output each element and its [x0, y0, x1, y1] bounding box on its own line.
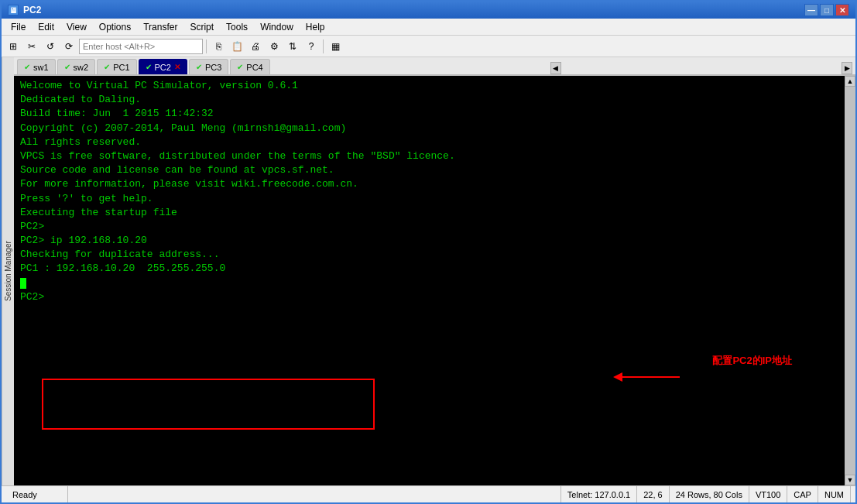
- minimize-button[interactable]: —: [804, 4, 818, 16]
- menu-view[interactable]: View: [60, 19, 93, 35]
- status-num: NUM: [818, 486, 851, 502]
- terminal-output: Welcome to Virtual PC Simulator, version…: [20, 79, 838, 304]
- toolbar-refresh-btn[interactable]: ⟳: [60, 38, 77, 55]
- terminal[interactable]: Welcome to Virtual PC Simulator, version…: [14, 76, 845, 485]
- menu-script[interactable]: Script: [183, 19, 220, 35]
- title-bar: 🖥 PC2 — □ ✕: [2, 2, 855, 19]
- toolbar-separator-2: [323, 39, 324, 53]
- terminal-line: Press '?' to get help.: [20, 192, 838, 206]
- scroll-up[interactable]: ▲: [845, 76, 855, 87]
- menu-bar: File Edit View Options Transfer Script T…: [2, 19, 855, 36]
- tab-check-sw2: ✔: [64, 63, 70, 71]
- toolbar-paste-btn[interactable]: 📋: [228, 38, 245, 55]
- tab-check-pc1: ✔: [104, 63, 110, 71]
- tabs-bar: ✔ sw1 ✔ sw2 ✔ PC1 ✔ PC2 ✕ ✔: [14, 57, 855, 76]
- terminal-line: Welcome to Virtual PC Simulator, version…: [20, 79, 838, 93]
- tab-nav-prev[interactable]: ◀: [550, 62, 561, 74]
- window-controls: — □ ✕: [804, 4, 849, 16]
- menu-options[interactable]: Options: [93, 19, 137, 35]
- maximize-button[interactable]: □: [820, 4, 834, 16]
- app-icon: 🖥: [8, 5, 19, 15]
- status-ready: Ready: [6, 486, 68, 502]
- toolbar-transfer-btn[interactable]: ⇅: [284, 38, 301, 55]
- terminal-line: All rights reserved.: [20, 135, 838, 149]
- terminal-line: VPCS is free software, distributed under…: [20, 149, 838, 163]
- menu-edit[interactable]: Edit: [32, 19, 60, 35]
- toolbar-extra-btn[interactable]: ▦: [327, 38, 344, 55]
- window-title: PC2: [23, 5, 804, 15]
- toolbar-settings-btn[interactable]: ⚙: [266, 38, 283, 55]
- tab-check-pc3: ✔: [196, 63, 202, 71]
- tab-check-pc2: ✔: [146, 63, 152, 71]
- terminal-line: Dedicated to Daling.: [20, 93, 838, 107]
- annotation-box: 配置PC2的IP地址: [712, 354, 792, 368]
- tab-pc4[interactable]: ✔ PC4: [230, 59, 269, 74]
- toolbar-disconnect-btn[interactable]: ✂: [23, 38, 40, 55]
- toolbar-new-btn[interactable]: ⊞: [5, 38, 22, 55]
- main-wrapper: ✔ sw1 ✔ sw2 ✔ PC1 ✔ PC2 ✕ ✔: [14, 57, 855, 485]
- status-telnet: Telnet: 127.0.0.1: [561, 486, 637, 502]
- highlight-box: [42, 379, 375, 430]
- menu-file[interactable]: File: [5, 19, 32, 35]
- tab-label-pc1: PC1: [113, 63, 129, 72]
- status-spacer: [68, 486, 561, 502]
- session-manager-panel: Session Manager: [2, 57, 14, 485]
- tab-label-sw2: sw2: [74, 63, 89, 72]
- tab-label-sw1: sw1: [33, 63, 49, 72]
- terminal-with-scroll: Welcome to Virtual PC Simulator, version…: [14, 76, 855, 485]
- tab-label-pc3: PC3: [205, 63, 221, 72]
- terminal-line: PC2>: [20, 290, 838, 304]
- tab-check-pc4: ✔: [237, 63, 243, 71]
- terminal-line: Checking for duplicate address...: [20, 248, 838, 262]
- menu-window[interactable]: Window: [254, 19, 300, 35]
- terminal-line: PC2> ip 192.168.10.20: [20, 234, 838, 248]
- terminal-line: PC1 : 192.168.10.20 255.255.255.0: [20, 262, 838, 276]
- status-bar: Ready Telnet: 127.0.0.1 22, 6 24 Rows, 8…: [2, 485, 855, 502]
- toolbar-separator-1: [206, 39, 207, 53]
- tab-check-sw1: ✔: [24, 63, 30, 71]
- terminal-scrollbar[interactable]: ▲ ▼: [845, 76, 855, 485]
- terminal-line: Copyright (c) 2007-2014, Paul Meng (mirn…: [20, 122, 838, 135]
- cursor: [20, 278, 26, 289]
- annotation-text: 配置PC2的IP地址: [712, 354, 792, 368]
- close-button[interactable]: ✕: [835, 4, 849, 16]
- terminal-line: Source code and license can be found at …: [20, 163, 838, 177]
- status-caps: CAP: [787, 486, 818, 502]
- terminal-line: Build time: Jun 1 2015 11:42:32: [20, 107, 838, 121]
- menu-transfer[interactable]: Transfer: [137, 19, 183, 35]
- tab-pc1[interactable]: ✔ PC1: [97, 59, 136, 74]
- toolbar-reconnect-btn[interactable]: ↺: [42, 38, 59, 55]
- toolbar-help-btn[interactable]: ?: [303, 38, 320, 55]
- tab-nav-next[interactable]: ▶: [842, 62, 852, 74]
- tab-label-pc4: PC4: [246, 63, 262, 72]
- tab-label-pc2: PC2: [155, 63, 171, 72]
- tab-close-pc2[interactable]: ✕: [174, 63, 180, 71]
- toolbar: ⊞ ✂ ↺ ⟳ ⎘ 📋 🖨 ⚙ ⇅ ? ▦: [2, 36, 855, 57]
- terminal-line: PC2>: [20, 220, 838, 234]
- annotation-arrow: [610, 365, 687, 389]
- app-window: 🖥 PC2 — □ ✕ File Edit View Options Trans…: [0, 0, 857, 504]
- menu-help[interactable]: Help: [300, 19, 331, 35]
- toolbar-print-btn[interactable]: 🖨: [247, 38, 264, 55]
- terminal-line: Executing the startup file: [20, 206, 838, 220]
- host-input[interactable]: [79, 39, 203, 54]
- tab-sw1[interactable]: ✔ sw1: [17, 59, 56, 74]
- tab-pc3[interactable]: ✔ PC3: [189, 59, 228, 74]
- terminal-line: [20, 276, 838, 290]
- status-vt: VT100: [749, 486, 787, 502]
- tab-sw2[interactable]: ✔ sw2: [57, 59, 96, 74]
- toolbar-copy-btn[interactable]: ⎘: [210, 38, 227, 55]
- status-dimensions: 24 Rows, 80 Cols: [670, 486, 749, 502]
- terminal-line: For more information, please visit wiki.…: [20, 177, 838, 191]
- status-position: 22, 6: [637, 486, 669, 502]
- content-area: Session Manager ✔ sw1 ✔ sw2 ✔ PC1 ✔: [2, 57, 855, 485]
- tab-pc2[interactable]: ✔ PC2 ✕: [139, 59, 187, 74]
- scroll-down[interactable]: ▼: [845, 475, 855, 485]
- menu-tools[interactable]: Tools: [220, 19, 254, 35]
